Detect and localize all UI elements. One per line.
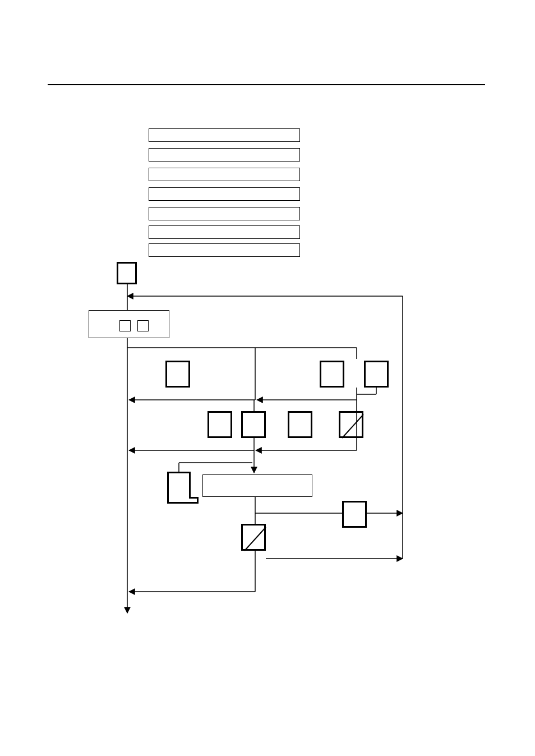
stack-row-0 [149,128,300,142]
stack-row-5 [149,225,300,239]
stack-row-1 [149,148,300,162]
header-divider [48,84,485,85]
node-row1-a [165,361,190,388]
node-row1-b [320,361,344,388]
stack-row-6 [149,243,300,257]
node-step-upper [167,472,191,499]
stack-row-3 [149,187,300,201]
slash-icon [243,525,268,552]
svg-line-1 [245,527,266,551]
node-wide-mid [202,474,312,497]
node-output-right [342,501,367,528]
node-step-inner-top [189,497,199,499]
node-row2-b [241,411,266,438]
stack-row-4 [149,207,300,220]
node-entry [117,262,137,284]
node-row1-c [364,361,389,388]
node-row2-c [288,411,312,438]
diagram-page: { "stack": { "rows": [ {"label": ""}, {"… [0,0,535,756]
node-pair-left [119,320,131,331]
slash-icon [340,413,365,440]
stack-row-2 [149,168,300,181]
svg-line-0 [342,414,363,438]
node-row2-a [207,411,232,438]
connectors [0,0,535,756]
node-lower-slash [241,524,266,551]
node-pair-right [137,320,149,331]
node-row2-d-slash [339,411,363,438]
